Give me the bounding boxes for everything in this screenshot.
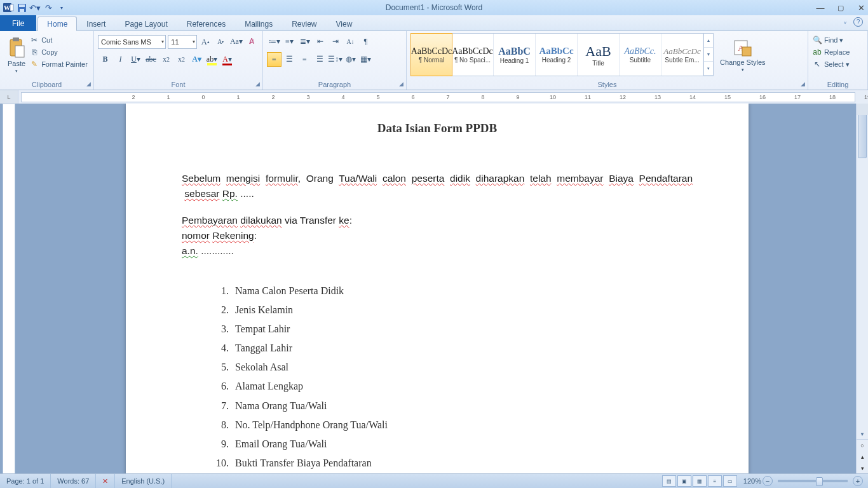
view-full-screen[interactable]: ▣: [677, 475, 691, 487]
subscript-button[interactable]: x2: [159, 52, 173, 67]
align-left-button[interactable]: ≡: [267, 52, 281, 67]
show-marks-button[interactable]: ¶: [358, 34, 373, 49]
bullets-button[interactable]: ≔▾: [267, 34, 281, 49]
justify-button[interactable]: ☰: [313, 52, 327, 67]
tab-file[interactable]: File: [0, 15, 36, 31]
increase-indent-button[interactable]: ⇥: [328, 34, 342, 49]
underline-button[interactable]: U▾: [128, 52, 143, 67]
shading-button[interactable]: ◍▾: [343, 52, 358, 67]
view-web[interactable]: ▦: [693, 475, 707, 487]
font-name-combo[interactable]: Comic Sans MS: [98, 35, 166, 49]
clear-format-button[interactable]: A̷: [245, 34, 259, 49]
multilevel-button[interactable]: ≣▾: [297, 34, 312, 49]
tab-home[interactable]: Home: [37, 17, 77, 31]
style-normal[interactable]: AaBbCcDc¶ Normal: [410, 33, 452, 76]
horizontal-ruler[interactable]: 21012345678910111213141516171819: [21, 92, 855, 102]
style-title[interactable]: AaBTitle: [578, 34, 620, 76]
tab-references[interactable]: References: [177, 17, 235, 31]
strike-button[interactable]: abc: [144, 52, 158, 67]
paste-button[interactable]: Paste▾: [4, 33, 29, 78]
list-item: 4.Tanggal Lahir: [208, 339, 693, 358]
prev-page-icon[interactable]: ▴: [857, 451, 868, 463]
tab-review[interactable]: Review: [282, 17, 326, 31]
undo-icon[interactable]: ↶▾: [29, 2, 41, 13]
window-title: Document1 - Microsoft Word: [386, 3, 483, 12]
font-dialog-launcher[interactable]: ◢: [254, 81, 261, 88]
word-icon[interactable]: W: [3, 2, 14, 13]
document-area: Data Isian Form PPDB Sebelum mengisi for…: [0, 104, 868, 474]
scroll-down-icon[interactable]: ▼: [857, 430, 868, 438]
doc-paragraph-2: Pembayaran dilakukan via Transfer ke:: [182, 213, 693, 228]
qat-customize-icon[interactable]: ▾: [56, 2, 67, 13]
text-effects-button[interactable]: A▾: [189, 52, 204, 67]
doc-paragraph-3: nomor Rekening:: [182, 228, 693, 243]
font-color-button[interactable]: A▾: [220, 52, 234, 67]
align-right-button[interactable]: ≡: [297, 52, 312, 67]
zoom-slider[interactable]: [778, 480, 848, 482]
status-page[interactable]: Page: 1 of 1: [0, 474, 51, 488]
help-icon[interactable]: ?: [853, 17, 863, 27]
font-size-combo[interactable]: 11: [168, 35, 196, 49]
zoom-out-button[interactable]: −: [763, 476, 773, 486]
view-print-layout[interactable]: ▤: [662, 475, 676, 487]
bold-button[interactable]: B: [98, 52, 112, 67]
replace-button[interactable]: abReplace: [812, 47, 864, 57]
numbering-button[interactable]: ≡▾: [282, 34, 297, 49]
highlight-button[interactable]: ab▾: [205, 52, 219, 67]
minimize-icon[interactable]: —: [816, 3, 825, 13]
view-outline[interactable]: ≡: [708, 475, 722, 487]
vertical-ruler[interactable]: [3, 104, 15, 474]
tab-insert[interactable]: Insert: [77, 17, 115, 31]
style-subtitle[interactable]: AaBbCc.Subtitle: [620, 34, 661, 76]
sort-button[interactable]: A↓: [343, 34, 358, 49]
superscript-button[interactable]: x2: [174, 52, 189, 67]
copy-icon: ⎘: [29, 47, 39, 57]
redo-icon[interactable]: ↷: [43, 2, 54, 13]
close-icon[interactable]: ✕: [857, 3, 865, 13]
paragraph-dialog-launcher[interactable]: ◢: [397, 81, 405, 88]
view-draft[interactable]: ▭: [723, 475, 737, 487]
tab-mailings[interactable]: Mailings: [235, 17, 282, 31]
find-button[interactable]: 🔍Find ▾: [812, 35, 864, 45]
tab-view[interactable]: View: [327, 17, 362, 31]
styles-dialog-launcher[interactable]: ◢: [799, 81, 806, 88]
line-spacing-button[interactable]: ☰↕▾: [328, 52, 342, 67]
borders-button[interactable]: ▦▾: [358, 52, 373, 67]
next-page-icon[interactable]: ▾: [857, 463, 868, 474]
shrink-font-button[interactable]: A▾: [214, 34, 227, 49]
clipboard-dialog-launcher[interactable]: ◢: [85, 81, 92, 88]
maximize-icon[interactable]: ▢: [836, 4, 845, 12]
style-heading2[interactable]: AaBbCcHeading 2: [536, 34, 578, 76]
cut-button[interactable]: ✂Cut: [29, 35, 88, 45]
save-icon[interactable]: [16, 2, 27, 13]
style-subtle-em[interactable]: AaBbCcDcSubtle Em...: [661, 34, 703, 76]
svg-rect-11: [742, 47, 751, 56]
style-no-spacing[interactable]: AaBbCcDc¶ No Spaci...: [452, 34, 494, 76]
align-center-button[interactable]: ☰: [282, 52, 297, 67]
status-proof[interactable]: ✕: [96, 474, 115, 488]
list-item: 8.No. Telp/Handphone Orang Tua/Wali: [208, 416, 693, 435]
tab-page-layout[interactable]: Page Layout: [115, 17, 177, 31]
scroll-thumb[interactable]: [858, 112, 867, 158]
zoom-level[interactable]: 120%: [743, 477, 761, 485]
list-item: 6.Alamat Lengkap: [208, 377, 693, 396]
gallery-scroll[interactable]: ▲▼▾: [703, 34, 713, 76]
zoom-in-button[interactable]: +: [853, 476, 863, 486]
status-language[interactable]: English (U.S.): [115, 474, 172, 488]
decrease-indent-button[interactable]: ⇤: [313, 34, 327, 49]
ruler-toggle[interactable]: [857, 104, 868, 115]
format-painter-button[interactable]: ✎Format Painter: [29, 59, 88, 69]
style-heading1[interactable]: AaBbCHeading 1: [494, 34, 536, 76]
italic-button[interactable]: I: [113, 52, 128, 67]
svg-rect-8: [15, 46, 24, 57]
page[interactable]: Data Isian Form PPDB Sebelum mengisi for…: [126, 104, 749, 474]
vertical-scrollbar[interactable]: ▲ ▼ ○ ▴ ▾: [856, 104, 868, 474]
copy-button[interactable]: ⎘Copy: [29, 47, 88, 57]
status-words[interactable]: Words: 67: [51, 474, 96, 488]
select-button[interactable]: ↖Select ▾: [812, 59, 864, 69]
change-case-button[interactable]: Aa▾: [229, 34, 243, 49]
ribbon-minimize-icon[interactable]: ᵥ: [844, 17, 847, 27]
group-styles: AaBbCcDc¶ Normal AaBbCcDc¶ No Spaci... A…: [407, 31, 808, 90]
change-styles-button[interactable]: A Change Styles▾: [716, 33, 770, 78]
grow-font-button[interactable]: A▴: [199, 34, 212, 49]
